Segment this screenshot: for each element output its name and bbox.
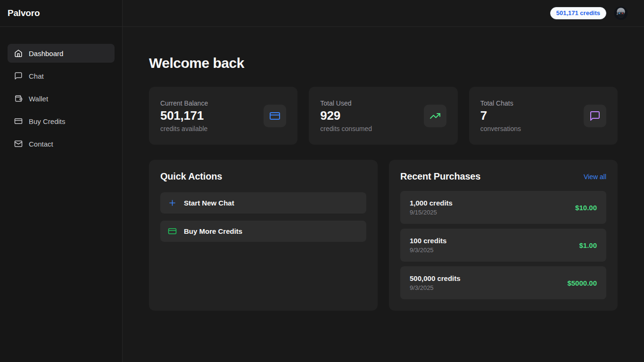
- purchase-info: 1,000 credits 9/15/2025: [410, 199, 453, 216]
- purchase-name: 500,000 credits: [410, 274, 461, 282]
- quick-actions-list: Start New Chat Buy More Credits: [160, 192, 366, 242]
- sidebar-nav: Dashboard Chat Wallet Buy Credits Contac: [0, 27, 122, 161]
- chat-bubble-icon: [584, 105, 606, 127]
- purchase-date: 9/3/2025: [410, 284, 461, 291]
- brand-logo: Palvoro: [8, 8, 40, 18]
- panels-row: Quick Actions Start New Chat Buy More Cr…: [149, 160, 618, 311]
- sidebar-item-buy-credits[interactable]: Buy Credits: [8, 112, 115, 131]
- wallet-icon: [14, 94, 23, 103]
- stat-sub: credits available: [160, 125, 208, 132]
- sidebar-header: Palvoro: [0, 0, 122, 27]
- recent-purchases-title: Recent Purchases: [400, 171, 480, 182]
- purchase-name: 1,000 credits: [410, 199, 453, 207]
- stat-text: Total Chats 7 conversations: [480, 99, 521, 132]
- recent-purchases-panel: Recent Purchases View all 1,000 credits …: [389, 160, 618, 311]
- purchase-price: $1.00: [579, 241, 597, 249]
- stat-card-total-used: Total Used 929 credits consumed: [309, 87, 457, 145]
- action-label: Buy More Credits: [184, 227, 242, 235]
- content-column: 501,171 credits Welcome back Current Bal…: [123, 0, 644, 362]
- stat-sub: credits consumed: [320, 125, 372, 132]
- avatar-image: [614, 7, 627, 20]
- trending-up-icon: [424, 105, 446, 127]
- recent-purchases-header: Recent Purchases View all: [400, 171, 606, 182]
- stat-value: 7: [480, 108, 521, 123]
- topbar: 501,171 credits: [123, 0, 644, 27]
- credits-badge[interactable]: 501,171 credits: [550, 7, 606, 19]
- stats-row: Current Balance 501,171 credits availabl…: [149, 87, 618, 145]
- purchase-info: 500,000 credits 9/3/2025: [410, 274, 461, 291]
- sidebar-item-wallet[interactable]: Wallet: [8, 89, 115, 108]
- stat-value: 929: [320, 108, 372, 123]
- user-avatar[interactable]: [614, 7, 627, 20]
- stat-sub: conversations: [480, 125, 521, 132]
- credit-card-icon: [168, 227, 177, 236]
- start-new-chat-button[interactable]: Start New Chat: [160, 192, 366, 214]
- quick-actions-title: Quick Actions: [160, 171, 366, 182]
- purchase-date: 9/3/2025: [410, 247, 446, 254]
- sidebar: Palvoro Dashboard Chat Wallet Buy Credi: [0, 0, 123, 362]
- sidebar-item-label: Dashboard: [29, 49, 63, 58]
- action-label: Start New Chat: [184, 199, 234, 207]
- sidebar-item-label: Wallet: [29, 95, 48, 103]
- quick-actions-panel: Quick Actions Start New Chat Buy More Cr…: [149, 160, 378, 311]
- stat-text: Total Used 929 credits consumed: [320, 99, 372, 132]
- purchase-info: 100 credits 9/3/2025: [410, 237, 446, 254]
- sidebar-item-label: Chat: [29, 72, 44, 80]
- sidebar-item-label: Contact: [29, 140, 53, 148]
- credit-card-icon: [264, 105, 286, 127]
- page-title: Welcome back: [149, 55, 618, 71]
- stat-label: Total Used: [320, 99, 372, 107]
- home-icon: [14, 49, 23, 58]
- purchase-date: 9/15/2025: [410, 209, 453, 216]
- stat-label: Total Chats: [480, 99, 521, 107]
- sidebar-item-label: Buy Credits: [29, 117, 66, 125]
- sidebar-item-chat[interactable]: Chat: [8, 66, 115, 85]
- stat-label: Current Balance: [160, 99, 208, 107]
- stat-text: Current Balance 501,171 credits availabl…: [160, 99, 208, 132]
- purchase-row: 500,000 credits 9/3/2025 $5000.00: [400, 266, 606, 299]
- purchase-row: 100 credits 9/3/2025 $1.00: [400, 229, 606, 262]
- purchase-name: 100 credits: [410, 237, 446, 245]
- sidebar-item-dashboard[interactable]: Dashboard: [8, 44, 115, 63]
- credit-card-icon: [14, 117, 23, 125]
- chat-bubble-icon: [14, 72, 23, 80]
- buy-more-credits-button[interactable]: Buy More Credits: [160, 221, 366, 242]
- view-all-link[interactable]: View all: [584, 173, 606, 181]
- purchase-price: $5000.00: [567, 279, 597, 287]
- stat-card-total-chats: Total Chats 7 conversations: [469, 87, 618, 145]
- plus-icon: [168, 198, 177, 207]
- purchase-row: 1,000 credits 9/15/2025 $10.00: [400, 191, 606, 224]
- main-content: Welcome back Current Balance 501,171 cre…: [123, 27, 644, 362]
- purchases-list: 1,000 credits 9/15/2025 $10.00 100 credi…: [400, 191, 606, 299]
- purchase-price: $10.00: [575, 204, 597, 212]
- stat-value: 501,171: [160, 108, 208, 123]
- sidebar-item-contact[interactable]: Contact: [8, 134, 115, 153]
- stat-card-current-balance: Current Balance 501,171 credits availabl…: [149, 87, 297, 145]
- mail-icon: [14, 140, 23, 148]
